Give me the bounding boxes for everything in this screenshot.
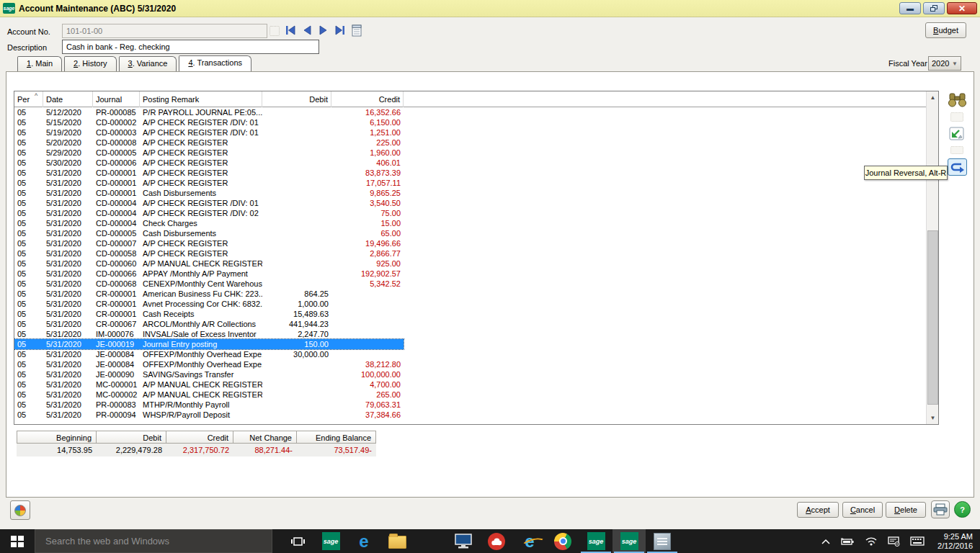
tab-history[interactable]: 2. History	[64, 56, 116, 71]
taskbar-clock[interactable]: 9:25 AM 2/12/2016	[935, 532, 973, 551]
tray-expand-button[interactable]	[821, 539, 830, 544]
taskbar-sage-active-button[interactable]: sage	[612, 529, 646, 553]
taskbar-sage-window-button[interactable]: sage	[579, 529, 612, 553]
close-button[interactable]: ✕	[947, 2, 977, 14]
scrollbar-thumb[interactable]	[927, 230, 938, 405]
table-cell: 1,251.00	[331, 127, 404, 138]
table-row[interactable]: 055/31/2020CR-000067ARCOL/Monthly A/R Co…	[14, 319, 404, 329]
table-row[interactable]: 055/31/2020CD-000001Cash Disbursements9,…	[14, 188, 404, 198]
lenovo-display-icon	[455, 534, 472, 549]
col-header-remark[interactable]: Posting Remark	[140, 91, 262, 107]
tray-keyboard-button[interactable]	[910, 536, 925, 546]
budget-button[interactable]: Budget	[925, 22, 966, 38]
col-header-debit[interactable]: Debit	[262, 91, 331, 107]
taskbar-file-explorer-button[interactable]	[380, 529, 414, 553]
table-row[interactable]: 055/31/2020MC-000001A/P MANUAL CHECK REG…	[14, 379, 404, 390]
taskbar-edge-button[interactable]: e	[347, 529, 380, 553]
table-cell: 5/31/2020	[43, 279, 93, 289]
table-cell	[262, 148, 331, 158]
table-row[interactable]: 055/31/2020CD-000066APPAY /Monthly A/P P…	[14, 269, 404, 279]
table-cell: 6,150.00	[331, 117, 404, 127]
table-row[interactable]: 055/31/2020MC-000002A/P MANUAL CHECK REG…	[14, 390, 404, 400]
table-row[interactable]: 055/31/2020CD-000005Cash Disbursements65…	[14, 228, 404, 238]
table-cell: 5/15/2020	[43, 117, 93, 127]
col-header-journal[interactable]: Journal	[93, 91, 140, 107]
table-cell: 100,000.00	[331, 369, 404, 379]
print-button[interactable]	[931, 500, 950, 518]
taskbar-internet-explorer-button[interactable]: e	[513, 529, 546, 553]
account-no-input[interactable]	[62, 24, 267, 38]
grid-vertical-scrollbar[interactable]: ▲ ▼	[926, 91, 938, 424]
table-cell: 16,352.66	[331, 107, 404, 117]
tab-transactions[interactable]: 4. Transactions	[179, 55, 251, 71]
table-row[interactable]: 055/31/2020CD-000060A/P MANUAL CHECK REG…	[14, 258, 404, 269]
table-row[interactable]: 055/31/2020CD-000068CENEXP/Monthly Cent …	[14, 279, 404, 289]
table-row[interactable]: 055/31/2020CD-000001A/P CHECK REGISTER83…	[14, 168, 404, 178]
tray-wifi-button[interactable]: *	[865, 536, 878, 546]
journal-drill-down-button[interactable]	[943, 126, 971, 142]
table-row[interactable]: 055/31/2020CD-000004A/P CHECK REGISTER /…	[14, 208, 404, 218]
table-row[interactable]: 055/31/2020CD-000058A/P CHECK REGISTER2,…	[14, 248, 404, 258]
taskbar-lenovo-button[interactable]	[447, 529, 480, 553]
description-input[interactable]	[62, 40, 319, 54]
next-record-button[interactable]	[317, 24, 330, 37]
sage-100-icon	[654, 533, 671, 550]
start-button[interactable]	[0, 529, 35, 553]
cancel-button[interactable]: Cancel	[842, 502, 883, 518]
col-header-date[interactable]: Date	[43, 91, 93, 107]
table-row[interactable]: 055/31/2020PR-000083MTHP/R/Monthly Payro…	[14, 400, 404, 410]
table-row[interactable]: 055/29/2020CD-000005A/P CHECK REGISTER1,…	[14, 148, 404, 158]
scroll-down-icon[interactable]: ▼	[927, 412, 939, 424]
tray-action-center-button[interactable]	[888, 536, 900, 547]
delete-button[interactable]: Delete	[886, 502, 926, 518]
help-button[interactable]: ?	[954, 501, 971, 518]
table-row[interactable]: 055/31/2020CR-000001Avnet Processing Cor…	[14, 299, 404, 309]
table-row[interactable]: 055/31/2020CD-000004Check Charges15.00	[14, 218, 404, 228]
table-row[interactable]: 055/19/2020CD-000003A/P CHECK REGISTER /…	[14, 127, 404, 138]
minimize-button[interactable]: ▬	[899, 2, 921, 14]
taskbar-cloud-sync-button[interactable]	[480, 529, 513, 553]
table-row[interactable]: 055/31/2020IM-000076INVSAL/Sale of Exces…	[14, 329, 404, 339]
table-row[interactable]: 055/31/2020CR-000001Cash Receipts15,489.…	[14, 309, 404, 319]
first-record-icon	[285, 25, 296, 35]
first-record-button[interactable]	[284, 24, 297, 37]
taskbar-search-input[interactable]: Search the web and Windows	[35, 529, 272, 553]
taskbar-sage-button[interactable]: sage	[314, 529, 347, 553]
last-record-button[interactable]	[334, 24, 347, 37]
table-row[interactable]: 055/31/2020PR-000094WHSP/R/Payroll Depos…	[14, 410, 404, 420]
table-row[interactable]: 055/31/2020JE-000019Journal Entry postin…	[14, 339, 404, 349]
table-row[interactable]: 055/12/2020PR-000085P/R PAYROLL JOURNAL …	[14, 107, 404, 117]
table-cell: CD-000001	[93, 188, 140, 198]
prev-record-button[interactable]	[300, 24, 313, 37]
table-cell: 05	[14, 248, 43, 258]
table-row[interactable]: 055/31/2020CD-000001A/P CHECK REGISTER17…	[14, 178, 404, 188]
taskbar-sage100-button[interactable]	[646, 529, 679, 553]
table-cell: A/P CHECK REGISTER	[140, 178, 262, 188]
tab-main[interactable]: 1. Main	[17, 56, 62, 71]
journal-reversal-button[interactable]	[948, 158, 967, 176]
tab-variance[interactable]: 3. Variance	[119, 56, 177, 71]
task-view-button[interactable]	[281, 529, 314, 553]
launcher-button[interactable]	[10, 500, 30, 520]
memo-button[interactable]	[350, 24, 363, 37]
table-row[interactable]: 055/31/2020CD-000007A/P CHECK REGISTER19…	[14, 238, 404, 248]
table-row[interactable]: 055/30/2020CD-000006A/P CHECK REGISTER40…	[14, 158, 404, 168]
scroll-up-icon[interactable]: ▲	[927, 91, 939, 104]
table-cell: PR-000094	[93, 410, 140, 420]
fiscal-year-select[interactable]: 2020 ▼	[928, 56, 961, 71]
table-row[interactable]: 055/31/2020CR-000001American Business Fu…	[14, 289, 404, 299]
table-row[interactable]: 055/15/2020CD-000002A/P CHECK REGISTER /…	[14, 117, 404, 127]
table-row[interactable]: 055/31/2020JE-000084OFFEXP/Monthly Overh…	[14, 359, 404, 369]
tray-battery-button[interactable]	[840, 537, 855, 546]
restore-button[interactable]	[923, 2, 945, 14]
table-row[interactable]: 055/31/2020CD-000004A/P CHECK REGISTER /…	[14, 198, 404, 208]
table-cell: 5/31/2020	[43, 349, 93, 359]
accept-button[interactable]: Accept	[797, 502, 839, 518]
table-row[interactable]: 055/31/2020JE-000090SAVING/Savings Trans…	[14, 369, 404, 379]
taskbar-chrome-button[interactable]	[546, 529, 579, 553]
table-row[interactable]: 055/20/2020CD-000008A/P CHECK REGISTER22…	[14, 138, 404, 148]
find-button[interactable]	[943, 92, 971, 108]
col-header-credit[interactable]: Credit	[331, 91, 404, 107]
col-header-per[interactable]: Per	[14, 91, 43, 107]
table-row[interactable]: 055/31/2020JE-000084OFFEXP/Monthly Overh…	[14, 349, 404, 359]
